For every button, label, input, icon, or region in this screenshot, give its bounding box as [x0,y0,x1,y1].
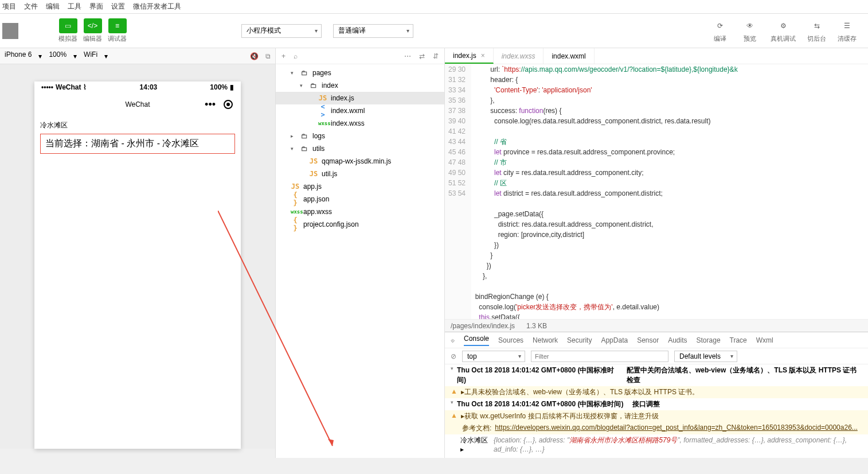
file-app.wxss[interactable]: wxssapp.wxss [276,205,444,218]
settings-icon[interactable]: ⇄ [419,52,425,60]
background-button[interactable]: ⇆切后台 [807,18,826,43]
remote-button[interactable]: ⚙真机调试 [771,18,796,43]
collapse-icon[interactable]: ⇵ [433,52,439,60]
device-select[interactable]: iPhone 6 [5,50,32,62]
simulator-button[interactable]: ▭模拟器 [58,18,77,43]
file-pages[interactable]: ▾pages [276,67,444,79]
more-icon[interactable]: ⋯ [404,52,411,60]
status-bar: /pages/index/index.js1.3 KB [445,319,868,332]
add-icon[interactable]: + [281,52,286,60]
context-select[interactable]: top [462,351,525,362]
devtools-tab-sources[interactable]: Sources [498,336,523,344]
mute-icon[interactable]: 🔇 [250,52,259,60]
levels-select[interactable]: Default levels [674,351,737,362]
menu-文件[interactable]: 文件 [24,2,38,11]
file-qqmap-wx-jssdk.min.js[interactable]: JSqqmap-wx-jssdk.min.js [276,155,444,168]
filter-input[interactable] [531,351,668,362]
code-content[interactable]: url: `https://apis.map.qq.com/ws/geocode… [471,64,868,319]
file-utils[interactable]: ▾utils [276,142,444,155]
file-index.wxss[interactable]: wxssindex.wxss [276,117,444,130]
inspect-icon[interactable]: ⟐ [451,336,455,344]
devtools-tab-trace[interactable]: Trace [730,336,747,344]
tab-index.wxss[interactable]: index.wxss [494,48,544,64]
devtools-tab-wxml[interactable]: Wxml [756,336,773,344]
simulator-bar: iPhone 6▾ 100%▾ WiFi▾ 🔇 ⧉ [0,48,275,64]
network-select[interactable]: WiFi [84,50,97,62]
devtools: ⟐ ConsoleSourcesNetworkSecurityAppDataSe… [445,332,868,458]
compile-select[interactable]: 普通编译 [333,24,413,38]
devtools-tab-network[interactable]: Network [533,336,558,344]
devtools-tab-sensor[interactable]: Sensor [637,336,659,344]
editor-tabs: index.js×index.wxssindex.wxml [445,48,868,64]
devtools-tab-appdata[interactable]: AppData [601,336,628,344]
devtools-tab-security[interactable]: Security [567,336,592,344]
page-title: WeChat [125,100,150,108]
debugger-button[interactable]: ≡调试器 [108,18,127,43]
toolbar: ▭模拟器 </>编辑器 ≡调试器 小程序模式 普通编译 ⟳编译 👁预览 ⚙真机调… [0,14,868,48]
phone-statusbar: •••••WeChat⌇ 14:03 100%▮ [34,81,241,93]
mode-select[interactable]: 小程序模式 [241,24,322,38]
devtools-tab-console[interactable]: Console [464,335,489,346]
file-app.js[interactable]: JSapp.js [276,180,444,193]
avatar[interactable] [2,23,18,39]
preview-button[interactable]: 👁预览 [741,18,759,43]
battery-icon: ▮ [230,83,234,91]
file-index.js[interactable]: JSindex.js [276,92,444,104]
menubar: 项目文件编辑工具界面设置微信开发者工具 [0,0,868,14]
menu-项目[interactable]: 项目 [2,2,16,11]
target-icon[interactable] [224,100,233,109]
compile-button[interactable]: ⟳编译 [711,18,729,43]
region-picker[interactable]: 当前选择：湖南省 - 永州市 - 冷水滩区 [40,134,235,154]
simulator-panel: •••••WeChat⌇ 14:03 100%▮ WeChat ••• 冷水滩区… [0,64,275,449]
search-icon[interactable]: ⌕ [294,52,298,60]
menu-界面[interactable]: 界面 [89,2,103,11]
line-gutter: 29 30 31 32 33 34 35 36 37 38 39 40 41 4… [445,64,471,319]
file-logs[interactable]: ▸logs [276,130,444,142]
menu-编辑[interactable]: 编辑 [46,2,60,11]
file-index.wxml[interactable]: < >index.wxml [276,104,444,117]
file-project.config.json[interactable]: { }project.config.json [276,218,444,231]
file-app.json[interactable]: { }app.json [276,193,444,205]
menu-工具[interactable]: 工具 [68,2,81,11]
file-util.js[interactable]: JSutil.js [276,168,444,180]
clear-button[interactable]: ☰清缓存 [838,18,857,43]
district-text: 冷水滩区 [40,121,235,130]
menu-dots-icon[interactable]: ••• [205,99,216,111]
menu-微信开发者工具[interactable]: 微信开发者工具 [133,2,181,11]
tab-index.js[interactable]: index.js× [445,48,494,64]
detach-icon[interactable]: ⧉ [265,52,271,60]
menu-设置[interactable]: 设置 [111,2,125,11]
clear-console-icon[interactable]: ⊘ [451,352,456,360]
file-index[interactable]: ▾index [276,79,444,92]
phone-frame: •••••WeChat⌇ 14:03 100%▮ WeChat ••• 冷水滩区… [34,81,241,449]
tab-index.wxml[interactable]: index.wxml [544,48,594,64]
close-icon[interactable]: × [481,52,485,60]
file-explorer: + ⌕ ⋯ ⇄ ⇵ ▾pages▾indexJSindex.js< >index… [275,48,445,458]
editor-button[interactable]: </>编辑器 [83,18,102,43]
zoom-select[interactable]: 100% [49,50,67,62]
devtools-tab-storage[interactable]: Storage [697,336,721,344]
phone-navbar: WeChat ••• [34,93,241,116]
wifi-icon: ⌇ [83,83,87,91]
devtools-tab-audits[interactable]: Audits [668,336,687,344]
editor-panel: index.js×index.wxssindex.wxml 29 30 31 3… [445,48,868,458]
console-log[interactable]: ▾Thu Oct 18 2018 14:01:42 GMT+0800 (中国标准… [445,364,868,458]
